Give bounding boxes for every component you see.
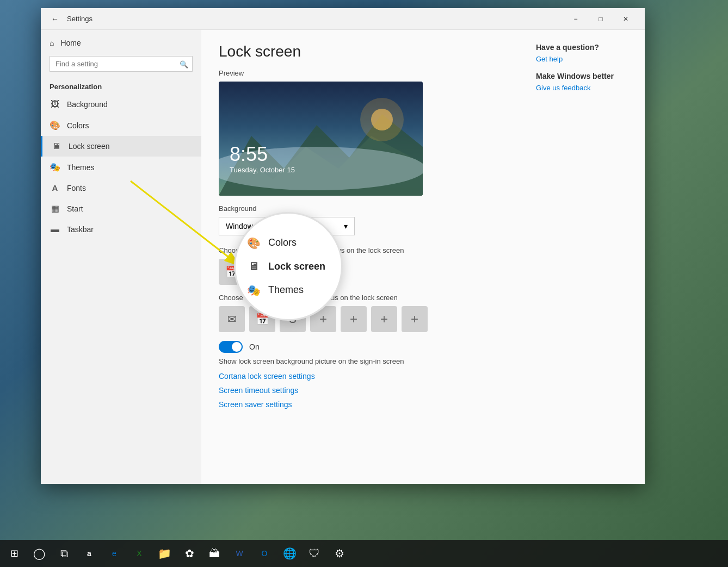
zoom-themes-label: Themes — [268, 284, 304, 296]
add-app-icon-3[interactable]: + — [371, 306, 397, 332]
add-app-icon-2[interactable]: + — [341, 306, 367, 332]
lock-screen-icon: 🖥 — [51, 141, 62, 151]
taskbar-settings[interactable]: ⚙ — [328, 541, 351, 565]
sidebar-item-start[interactable]: ▦ Start — [41, 198, 201, 219]
zoom-lock-screen-icon: 🖥 — [246, 260, 261, 273]
close-button[interactable]: ✕ — [613, 8, 638, 30]
taskbar-search[interactable]: ◯ — [27, 541, 51, 565]
add-app-icon-4[interactable]: + — [402, 306, 428, 332]
title-bar: ← Settings − □ ✕ — [41, 8, 645, 30]
maximize-button[interactable]: □ — [588, 8, 613, 30]
background-section-label: Background — [219, 204, 508, 213]
taskbar-edge[interactable]: e — [102, 541, 126, 565]
toggle-description: Show lock screen background picture on t… — [219, 357, 508, 365]
taskbar-task-view[interactable]: ⧉ — [52, 541, 76, 565]
dropdown-arrow-icon: ▾ — [344, 222, 348, 230]
colors-icon: 🎨 — [50, 120, 60, 130]
start-button[interactable]: ⊞ — [2, 541, 26, 565]
zoom-item-themes[interactable]: 🎭 Themes — [236, 278, 341, 302]
sidebar-section-title: Personalization — [41, 76, 201, 94]
search-container: 🔍 — [50, 56, 193, 72]
sidebar: ⌂ Home 🔍 Personalization 🖼 Background 🎨 … — [41, 30, 201, 484]
sidebar-item-label: Background — [67, 100, 108, 109]
taskbar-app2[interactable]: 🏔 — [202, 541, 226, 565]
zoom-lock-screen-label: Lock screen — [268, 261, 325, 272]
toggle-knob — [232, 342, 242, 352]
cortana-lock-screen-link[interactable]: Cortana lock screen settings — [219, 372, 508, 381]
preview-background-svg — [219, 82, 423, 196]
have-a-question-title: Have a question? — [536, 43, 634, 52]
zoom-item-lock-screen[interactable]: 🖥 Lock screen — [236, 255, 341, 278]
sidebar-item-colors[interactable]: 🎨 Colors — [41, 115, 201, 136]
zoom-themes-icon: 🎭 — [246, 284, 261, 297]
sidebar-home-button[interactable]: ⌂ Home — [41, 34, 201, 52]
sidebar-item-label: Taskbar — [67, 225, 94, 234]
sidebar-item-background[interactable]: 🖼 Background — [41, 94, 201, 115]
window-controls: − □ ✕ — [563, 8, 638, 30]
settings-window: ← Settings − □ ✕ ⌂ Home 🔍 Personalizatio… — [41, 8, 645, 484]
fonts-icon: A — [50, 183, 60, 192]
zoom-circle-overlay: 🎨 Colors 🖥 Lock screen 🎭 Themes — [234, 212, 343, 321]
taskbar-amazon[interactable]: a — [77, 541, 101, 565]
search-input[interactable] — [50, 56, 193, 72]
make-better-title: Make Windows better — [536, 72, 634, 80]
minimize-button[interactable]: − — [563, 8, 588, 30]
search-icon: 🔍 — [180, 60, 188, 68]
taskbar-file-explorer[interactable]: 📁 — [152, 541, 176, 565]
show-bg-toggle[interactable] — [219, 341, 243, 353]
taskbar-excel[interactable]: X — [127, 541, 151, 565]
start-icon: ▦ — [50, 203, 60, 214]
screen-timeout-link[interactable]: Screen timeout settings — [219, 386, 508, 395]
background-icon: 🖼 — [50, 99, 60, 109]
show-bg-toggle-row: On — [219, 341, 508, 353]
window-title: Settings — [67, 15, 92, 23]
home-icon: ⌂ — [50, 39, 54, 47]
sidebar-item-label: Start — [67, 204, 83, 213]
preview-date: Tuesday, October 15 — [230, 166, 295, 174]
lock-screen-preview: 8:55 Tuesday, October 15 — [219, 82, 423, 196]
taskbar-app1[interactable]: ✿ — [177, 541, 201, 565]
sidebar-home-label: Home — [60, 39, 81, 47]
screen-saver-link[interactable]: Screen saver settings — [219, 400, 508, 409]
back-button[interactable]: ← — [47, 11, 63, 27]
zoom-colors-icon: 🎨 — [246, 236, 261, 250]
svg-point-5 — [360, 98, 404, 141]
sidebar-item-label: Themes — [67, 163, 95, 172]
taskbar-word[interactable]: W — [227, 541, 251, 565]
sidebar-item-fonts[interactable]: A Fonts — [41, 178, 201, 198]
give-feedback-link[interactable]: Give us feedback — [536, 84, 634, 92]
right-sidebar: Have a question? Get help Make Windows b… — [525, 30, 645, 484]
mail-app-icon[interactable]: ✉ — [219, 306, 245, 332]
taskbar-security[interactable]: 🛡 — [303, 541, 326, 565]
sidebar-item-themes[interactable]: 🎭 Themes — [41, 157, 201, 178]
themes-icon: 🎭 — [50, 162, 60, 172]
zoom-colors-label: Colors — [268, 237, 297, 248]
sidebar-item-label: Lock screen — [69, 142, 109, 151]
sidebar-item-taskbar[interactable]: ▬ Taskbar — [41, 219, 201, 240]
sidebar-item-label: Colors — [67, 121, 89, 130]
preview-time-container: 8:55 Tuesday, October 15 — [230, 143, 295, 174]
sidebar-item-label: Fonts — [67, 184, 86, 192]
taskbar-outlook[interactable]: O — [252, 541, 276, 565]
preview-clock: 8:55 — [230, 143, 295, 166]
preview-label: Preview — [219, 69, 508, 77]
window-body: ⌂ Home 🔍 Personalization 🖼 Background 🎨 … — [41, 30, 645, 484]
zoom-item-colors[interactable]: 🎨 Colors — [236, 231, 341, 255]
taskbar-chrome[interactable]: 🌐 — [277, 541, 301, 565]
taskbar: ⊞ ◯ ⧉ a e X 📁 ✿ 🏔 W O 🌐 🛡 ⚙ — [0, 540, 728, 567]
get-help-link[interactable]: Get help — [536, 55, 634, 63]
sidebar-item-lock-screen[interactable]: 🖥 Lock screen — [41, 136, 201, 157]
taskbar-icon: ▬ — [50, 225, 60, 234]
toggle-on-label: On — [249, 342, 260, 351]
page-title: Lock screen — [219, 43, 508, 60]
